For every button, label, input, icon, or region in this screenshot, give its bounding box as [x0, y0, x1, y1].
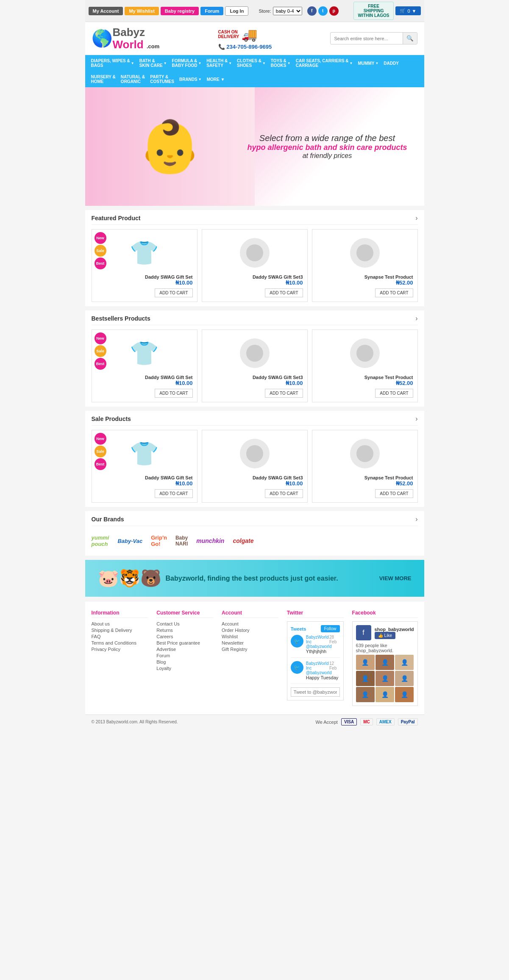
- brands-arrow[interactable]: ›: [415, 515, 417, 523]
- sale-arrow[interactable]: ›: [415, 415, 417, 423]
- pinterest-link[interactable]: p: [329, 6, 339, 16]
- nav-health[interactable]: HEALTH &SAFETY ▼: [204, 55, 234, 71]
- brand-yummi[interactable]: yummipouch: [92, 534, 109, 547]
- nav-carseats[interactable]: CAR SEATS, CARRIERS &CARRIAGE ▼: [293, 55, 356, 71]
- forum-button[interactable]: Forum: [200, 7, 223, 15]
- add-to-cart-2[interactable]: ADD TO CART: [265, 288, 303, 297]
- sale-image-1: 👕: [96, 435, 193, 473]
- search-input[interactable]: [331, 33, 403, 44]
- registry-button[interactable]: Baby registry: [161, 7, 199, 15]
- shipping-badge: FREE SHIPPING WITHIN LAGOS: [353, 2, 394, 20]
- product-image-2: [206, 234, 303, 272]
- bestsellers-arrow[interactable]: ›: [415, 315, 417, 322]
- account-button[interactable]: My Account: [89, 7, 123, 15]
- sale-product-1: New Sale Best 👕 Daddy SWAG Gift Set ₦10.…: [92, 430, 197, 503]
- nav-brands[interactable]: BRANDS ▼: [177, 74, 204, 85]
- fb-page-name: shop_babyzworld: [375, 627, 414, 632]
- brands-grid: yummipouch Baby-Vac Grip'nGo! BabyNARI m…: [92, 530, 418, 551]
- footer-link-returns[interactable]: Returns: [156, 628, 213, 633]
- footer-link-newsletter[interactable]: Newsletter: [222, 640, 278, 645]
- cod-banner: CASH ON DELIVERY 🚚: [218, 27, 272, 42]
- brand-munchkin[interactable]: munchkin: [196, 537, 224, 544]
- promo-left: 🐷🐯🐻 Babyzworld, finding the best product…: [98, 568, 338, 588]
- fb-photo-1: 👤: [356, 655, 375, 670]
- footer-customer-service-title: Customer Service: [156, 610, 213, 618]
- tweet-item-2: 🐦 BabyzWorld Inc 12 Feb @babyzworld Happ…: [291, 661, 340, 684]
- footer-link-faq[interactable]: FAQ: [92, 634, 148, 639]
- nav-diapers[interactable]: DIAPERS, WIPES &BAGS ▼: [89, 55, 137, 71]
- login-button[interactable]: Log In: [225, 6, 248, 16]
- footer-link-privacy[interactable]: Privacy Policy: [92, 647, 148, 652]
- banner-line3: at friendly prices: [247, 152, 407, 160]
- nav-more[interactable]: MORE ▼: [204, 74, 228, 85]
- nav-mummy[interactable]: MUMMY ▼: [356, 58, 381, 69]
- sale-add-to-cart-1[interactable]: ADD TO CART: [155, 489, 192, 498]
- footer-link-account[interactable]: Account: [222, 621, 278, 626]
- product-name-3: Synapse Test Product: [317, 274, 413, 280]
- add-to-cart-3[interactable]: ADD TO CART: [375, 288, 413, 297]
- logo-dotcom: .com: [147, 43, 159, 50]
- featured-arrow[interactable]: ›: [415, 214, 417, 222]
- nav-party[interactable]: PARTY &COSTUMES: [147, 71, 177, 87]
- brand-babynari[interactable]: BabyNARI: [175, 535, 188, 547]
- badge-sale: Sale: [95, 245, 106, 257]
- nav-bath[interactable]: BATH &SKIN CARE ▼: [137, 55, 170, 71]
- footer-link-bestprice[interactable]: Best Price guarantee: [156, 640, 213, 645]
- footer-link-forum[interactable]: Forum: [156, 653, 213, 658]
- bestseller-add-to-cart-3[interactable]: ADD TO CART: [375, 389, 413, 398]
- facebook-link[interactable]: f: [307, 6, 317, 16]
- twitter-link[interactable]: t: [318, 6, 328, 16]
- nav-clothes[interactable]: CLOTHES &SHOES ▼: [234, 55, 268, 71]
- facebook-like-button[interactable]: 👍 Like: [375, 632, 395, 639]
- nav-nursery[interactable]: NURSERY &HOME: [89, 71, 118, 87]
- footer-link-careers[interactable]: Careers: [156, 634, 213, 639]
- sale-add-to-cart-2[interactable]: ADD TO CART: [265, 489, 303, 498]
- search-button[interactable]: 🔍: [403, 33, 417, 44]
- brands-title: Our Brands: [92, 516, 124, 523]
- footer-link-blog[interactable]: Blog: [156, 659, 213, 664]
- nav-formula[interactable]: FORMULA &BABY FOOD ▼: [170, 55, 204, 71]
- footer-link-terms[interactable]: Terms and Conditions: [92, 640, 148, 645]
- brand-colgate[interactable]: colgate: [233, 537, 253, 544]
- footer-link-loyalty[interactable]: Loyalty: [156, 666, 213, 671]
- footer-customer-service: Customer Service Contact Us Returns Care…: [156, 610, 213, 706]
- featured-product-1: New Sale Best 👕 Daddy SWAG Gift Set ₦10.…: [92, 229, 197, 302]
- add-to-cart-1[interactable]: ADD TO CART: [155, 288, 192, 297]
- nav-daddy[interactable]: DADDY: [381, 58, 401, 69]
- phone-number: 📞 234-705-896-9695: [218, 44, 272, 50]
- nav-toys[interactable]: TOYS &BOOKS ▼: [268, 55, 293, 71]
- sale-name-2: Daddy SWAG Gift Set3: [206, 475, 303, 480]
- brand-babyvac[interactable]: Baby-Vac: [117, 538, 142, 544]
- store-select[interactable]: baby 0-4: [273, 7, 302, 15]
- nav-natural[interactable]: NATURAL &ORGANIC: [118, 71, 147, 87]
- tweet-item-1: 🐦 BabyzWorld Inc 28 Feb @babyzworld Ythj…: [291, 635, 340, 658]
- bestseller-image-2: [206, 334, 303, 372]
- promo-view-more[interactable]: VIEW MORE: [379, 575, 412, 581]
- featured-title: Featured Product: [92, 215, 141, 221]
- footer-link-about[interactable]: About us: [92, 621, 148, 626]
- wishlist-button[interactable]: My Wishlist: [125, 7, 159, 15]
- bestseller-badge-new-1: New: [95, 332, 106, 344]
- footer-link-orderhistory[interactable]: Order History: [222, 628, 278, 633]
- tweet-input[interactable]: [291, 687, 340, 697]
- sale-add-to-cart-3[interactable]: ADD TO CART: [375, 489, 413, 498]
- bestseller-add-to-cart-1[interactable]: ADD TO CART: [155, 389, 192, 398]
- footer-link-shipping[interactable]: Shipping & Delivery: [92, 628, 148, 633]
- tweet-content-1: BabyzWorld Inc 28 Feb @babyzworld Ythjhj…: [306, 635, 340, 654]
- twitter-follow-button[interactable]: Follow: [321, 625, 340, 632]
- product-price-2: ₦10.00: [286, 280, 303, 286]
- tweet-date-2: 12 Feb: [329, 661, 340, 670]
- logo[interactable]: 🌎 Babyz World .com: [92, 26, 160, 50]
- bestseller-add-to-cart-2[interactable]: ADD TO CART: [265, 389, 303, 398]
- sale-product-3: Synapse Test Product ₦52.00 ADD TO CART: [312, 430, 418, 503]
- brand-grip[interactable]: Grip'nGo!: [151, 534, 167, 547]
- footer-link-giftregistry[interactable]: Gift Registry: [222, 647, 278, 652]
- footer-link-contact[interactable]: Contact Us: [156, 621, 213, 626]
- bestseller-badges-1: New Sale Best: [95, 332, 106, 370]
- footer-link-advertise[interactable]: Advertise: [156, 647, 213, 652]
- footer-link-wishlist[interactable]: Wishlist: [222, 634, 278, 639]
- product-image-3: [317, 234, 413, 272]
- twitter-header: Tweets Follow: [291, 625, 340, 632]
- cart-button[interactable]: 🛒 0 ▼: [395, 6, 420, 15]
- sale-placeholder-2: [240, 439, 270, 468]
